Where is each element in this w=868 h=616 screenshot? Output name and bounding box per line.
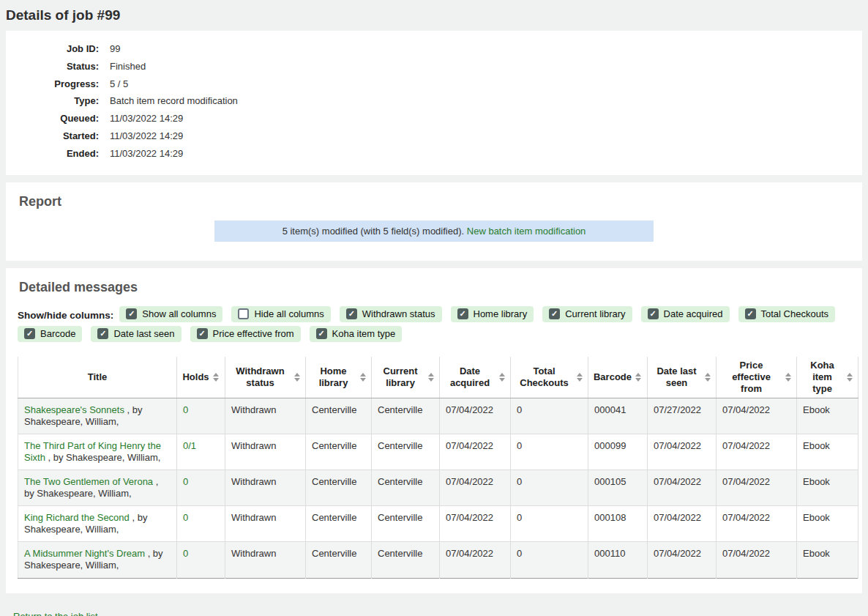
title-link[interactable]: The Two Gentlemen of Verona bbox=[24, 476, 153, 487]
column-header-title[interactable]: Title bbox=[18, 357, 177, 398]
holds-link[interactable]: 0/1 bbox=[183, 440, 196, 451]
toggle-price-effective-from[interactable]: Price effective from bbox=[190, 326, 301, 342]
detailed-messages-heading: Detailed messages bbox=[19, 280, 850, 295]
toggle-label: Show all columns bbox=[142, 308, 216, 320]
checkbox-unchecked-icon bbox=[238, 308, 249, 319]
cell-barcode: 000041 bbox=[588, 398, 648, 434]
toggle-withdrawn-status[interactable]: Withdrawn status bbox=[340, 306, 442, 322]
show-hide-columns-label: Show/hide columns: bbox=[18, 310, 113, 321]
toggle-label: Date acquired bbox=[664, 308, 723, 320]
column-header-withdrawn-status[interactable]: Withdrawn status bbox=[225, 357, 306, 398]
sort-icon bbox=[213, 372, 220, 382]
column-header-date-acquired[interactable]: Date acquired bbox=[440, 357, 511, 398]
cell-total-checkouts: 0 bbox=[511, 470, 588, 505]
column-header-current-library[interactable]: Current library bbox=[372, 357, 440, 398]
cell-home-library: Centerville bbox=[306, 541, 372, 578]
checkbox-checked-icon bbox=[346, 308, 357, 319]
column-header-label: Barcode bbox=[594, 371, 632, 383]
title-link[interactable]: A Midsummer Night's Dream bbox=[24, 548, 145, 559]
column-header-label: Current library bbox=[376, 365, 424, 389]
column-header-home-library[interactable]: Home library bbox=[306, 357, 372, 398]
job-field-label: Ended: bbox=[6, 145, 99, 163]
column-header-total-checkouts[interactable]: Total Checkouts bbox=[511, 357, 588, 398]
title-link[interactable]: Shakespeare's Sonnets bbox=[24, 404, 124, 415]
toggle-label: Date last seen bbox=[113, 328, 174, 340]
toggle-label: Total Checkouts bbox=[761, 308, 829, 320]
cell-holds: 0 bbox=[177, 505, 225, 541]
cell-home-library: Centerville bbox=[306, 398, 372, 434]
job-field-value: 11/03/2022 14:29 bbox=[110, 127, 183, 145]
toggle-label: Home library bbox=[474, 308, 528, 320]
job-field-label: Job ID: bbox=[6, 40, 99, 58]
column-header-label: Price effective from bbox=[721, 360, 782, 395]
cell-date-last-seen: 07/27/2022 bbox=[648, 398, 717, 434]
sort-icon bbox=[428, 372, 435, 382]
cell-koha-item-type: Ebook bbox=[797, 505, 858, 541]
cell-date-acquired: 07/04/2022 bbox=[440, 470, 511, 505]
detailed-messages-table: Title Holds Withdrawn status Home librar… bbox=[18, 357, 858, 579]
column-header-date-last-seen[interactable]: Date last seen bbox=[648, 357, 717, 398]
toggle-total-checkouts[interactable]: Total Checkouts bbox=[738, 306, 836, 322]
cell-total-checkouts: 0 bbox=[511, 541, 588, 578]
cell-withdrawn: Withdrawn bbox=[225, 434, 306, 470]
sort-icon bbox=[635, 372, 642, 382]
cell-date-acquired: 07/04/2022 bbox=[440, 505, 511, 541]
checkbox-checked-icon bbox=[457, 308, 468, 319]
title-link[interactable]: King Richard the Second bbox=[24, 512, 130, 523]
job-field-label: Status: bbox=[6, 58, 99, 75]
holds-link[interactable]: 0 bbox=[183, 404, 188, 415]
cell-price-effective-from: 07/04/2022 bbox=[717, 470, 797, 505]
column-header-label: Title bbox=[88, 371, 108, 383]
cell-price-effective-from: 07/04/2022 bbox=[717, 505, 797, 541]
cell-price-effective-from: 07/04/2022 bbox=[717, 398, 797, 434]
job-field-row: Queued: 11/03/2022 14:29 bbox=[6, 110, 850, 127]
column-header-holds[interactable]: Holds bbox=[177, 357, 225, 398]
toggle-date-last-seen[interactable]: Date last seen bbox=[91, 326, 181, 342]
holds-link[interactable]: 0 bbox=[183, 512, 188, 523]
checkbox-checked-icon bbox=[549, 308, 560, 319]
toggle-hide-all-columns[interactable]: Hide all columns bbox=[231, 306, 330, 322]
toggle-home-library[interactable]: Home library bbox=[451, 306, 534, 322]
cell-withdrawn: Withdrawn bbox=[225, 470, 306, 505]
column-header-koha-item-type[interactable]: Koha item type bbox=[797, 357, 858, 398]
cell-price-effective-from: 07/04/2022 bbox=[717, 541, 797, 578]
report-message-text: 5 item(s) modified (with 5 field(s) modi… bbox=[283, 226, 465, 237]
cell-date-acquired: 07/04/2022 bbox=[440, 434, 511, 470]
toggle-current-library[interactable]: Current library bbox=[542, 306, 632, 322]
return-to-job-list-link[interactable]: Return to the job list bbox=[13, 611, 98, 616]
cell-home-library: Centerville bbox=[306, 470, 372, 505]
cell-date-last-seen: 07/04/2022 bbox=[648, 434, 717, 470]
toggle-label: Withdrawn status bbox=[362, 308, 435, 320]
checkbox-checked-icon bbox=[745, 308, 756, 319]
holds-link[interactable]: 0 bbox=[183, 476, 188, 487]
toggle-label: Price effective from bbox=[213, 328, 294, 340]
toggle-label: Hide all columns bbox=[254, 308, 323, 320]
column-header-price-effective-from[interactable]: Price effective from bbox=[717, 357, 797, 398]
toggle-label: Koha item type bbox=[332, 328, 396, 340]
cell-withdrawn: Withdrawn bbox=[225, 398, 306, 434]
column-header-barcode[interactable]: Barcode bbox=[588, 357, 648, 398]
column-header-label: Date last seen bbox=[652, 365, 701, 389]
cell-holds: 0/1 bbox=[177, 434, 225, 470]
cell-date-last-seen: 07/04/2022 bbox=[648, 505, 717, 541]
column-header-label: Withdrawn status bbox=[230, 365, 291, 389]
cell-title: A Midsummer Night's Dream , by Shakespea… bbox=[18, 541, 177, 578]
toggle-koha-item-type[interactable]: Koha item type bbox=[310, 326, 403, 342]
job-field-row: Type: Batch item record modification bbox=[6, 92, 850, 110]
holds-link[interactable]: 0 bbox=[183, 548, 188, 559]
job-field-value: Batch item record modification bbox=[110, 92, 238, 110]
cell-date-acquired: 07/04/2022 bbox=[440, 398, 511, 434]
cell-current-library: Centerville bbox=[372, 398, 440, 434]
new-batch-modification-link[interactable]: New batch item modification bbox=[467, 226, 586, 237]
job-field-row: Status: Finished bbox=[6, 58, 850, 75]
cell-barcode: 000110 bbox=[588, 541, 648, 578]
cell-barcode: 000108 bbox=[588, 505, 648, 541]
column-visibility-controls: Show/hide columns:Show all columnsHide a… bbox=[18, 306, 850, 346]
sort-icon bbox=[294, 372, 301, 382]
toggle-barcode[interactable]: Barcode bbox=[18, 326, 82, 342]
table-row: The Two Gentlemen of Verona , by Shakesp… bbox=[18, 470, 858, 505]
toggle-show-all-columns[interactable]: Show all columns bbox=[119, 306, 222, 322]
cell-withdrawn: Withdrawn bbox=[225, 505, 306, 541]
toggle-date-acquired[interactable]: Date acquired bbox=[641, 306, 730, 322]
cell-koha-item-type: Ebook bbox=[797, 541, 858, 578]
